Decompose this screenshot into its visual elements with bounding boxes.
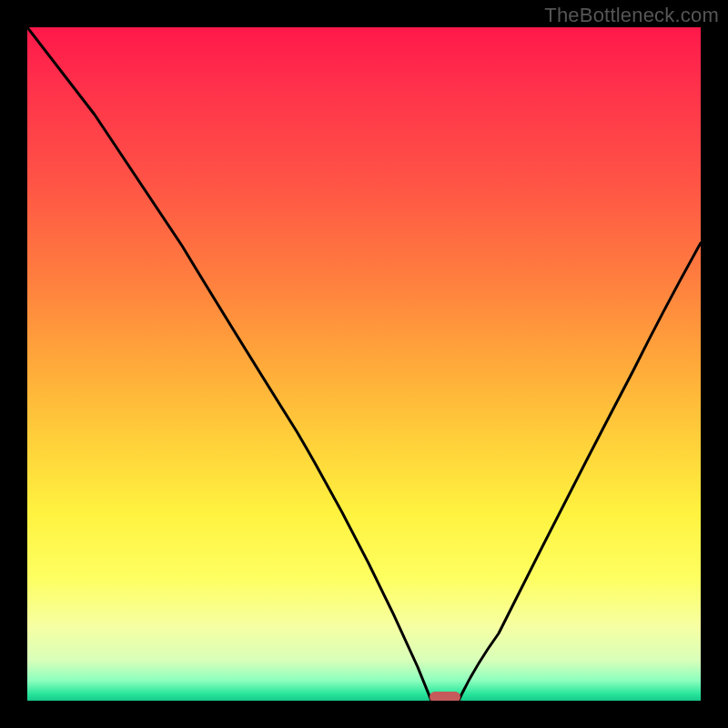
curve-path <box>27 27 701 701</box>
chart-frame: TheBottleneck.com <box>0 0 728 728</box>
bottleneck-curve <box>27 27 701 701</box>
watermark-text: TheBottleneck.com <box>544 4 719 27</box>
optimal-marker <box>430 692 460 701</box>
plot-area <box>27 27 701 701</box>
